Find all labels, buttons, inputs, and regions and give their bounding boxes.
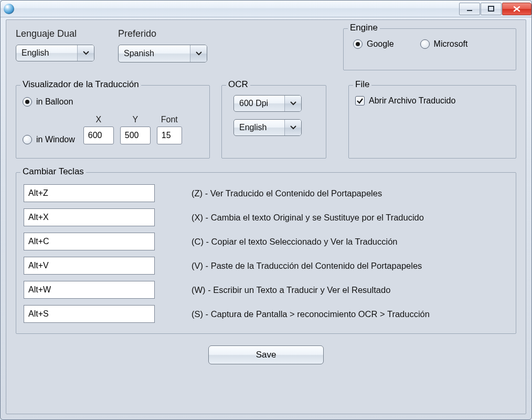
close-button[interactable] [502, 3, 531, 15]
radio-dot-icon [353, 39, 363, 49]
app-window: Lenguaje Dual English Preferido Spanish [0, 0, 532, 420]
viewer-window-label: in Window [36, 135, 75, 144]
label-dual-language: Lenguaje Dual [16, 28, 118, 39]
chevron-down-icon [284, 120, 301, 135]
ocr-group: OCR 600 Dpi English [221, 85, 326, 159]
hotkey-desc-2: (C) - Copiar el texto Seleccionado y Ver… [191, 237, 508, 247]
chevron-down-icon [77, 45, 94, 61]
window-controls [459, 3, 531, 15]
hotkey-input-3[interactable] [24, 257, 155, 275]
hotkey-desc-4: (W) - Escribir un Texto a Traducir y Ver… [191, 285, 508, 295]
ocr-dpi-value: 600 Dpi [239, 99, 268, 108]
save-button-label: Save [256, 350, 276, 360]
window-font-input[interactable] [157, 127, 182, 144]
svg-rect-0 [467, 10, 472, 11]
label-x: X [95, 115, 101, 124]
titlebar[interactable] [1, 1, 531, 17]
hotkey-input-2[interactable] [24, 233, 155, 250]
label-ocr: OCR [226, 79, 250, 90]
app-icon [4, 4, 14, 14]
maximize-button[interactable] [481, 3, 502, 15]
checkbox-icon [355, 96, 365, 106]
radio-dot-icon [23, 97, 32, 107]
label-viewer: Visualizador de la Traducción [20, 79, 141, 90]
radio-dot-icon [23, 135, 32, 144]
file-group: File Abrir Archivo Traducido [348, 85, 516, 159]
hotkey-input-5[interactable] [24, 305, 155, 323]
window-x-input[interactable] [83, 127, 114, 144]
label-engine: Engine [348, 23, 380, 33]
viewer-balloon-label: in Balloon [36, 97, 73, 107]
label-y: Y [132, 115, 138, 124]
hotkey-desc-3: (V) - Paste de la Traducción del Conteni… [191, 261, 508, 271]
main-panel: Lenguaje Dual English Preferido Spanish [6, 19, 526, 414]
svg-rect-1 [488, 6, 494, 11]
save-button[interactable]: Save [208, 345, 324, 364]
hotkey-input-1[interactable] [24, 208, 155, 226]
hotkey-desc-1: (X) - Cambia el texto Original y se Sust… [191, 213, 508, 223]
radio-dot-icon [420, 39, 430, 49]
window-y-input[interactable] [120, 127, 151, 144]
viewer-group: Visualizador de la Traducción in Balloon… [16, 85, 210, 159]
dual-language-combo[interactable]: English [16, 45, 94, 61]
ocr-language-value: English [239, 123, 267, 132]
ocr-language-combo[interactable]: English [233, 119, 302, 136]
label-font: Font [161, 115, 178, 124]
open-translated-file-label: Abrir Archivo Traducido [369, 96, 455, 106]
hotkey-input-0[interactable] [24, 184, 155, 202]
chevron-down-icon [284, 96, 301, 111]
open-translated-file-checkbox[interactable]: Abrir Archivo Traducido [355, 96, 509, 106]
engine-google-label: Google [367, 39, 394, 49]
engine-microsoft-radio[interactable]: Microsoft [420, 39, 468, 49]
hotkey-desc-0: (Z) - Ver Traducido el Contenido del Por… [191, 188, 508, 198]
chevron-down-icon [190, 45, 207, 62]
hotkey-input-4[interactable] [24, 281, 155, 299]
minimize-button[interactable] [459, 3, 480, 15]
preferred-language-combo[interactable]: Spanish [118, 45, 207, 62]
dual-language-value: English [22, 48, 49, 58]
ocr-dpi-combo[interactable]: 600 Dpi [233, 95, 302, 112]
preferred-language-value: Spanish [124, 49, 154, 58]
label-change-keys: Cambiar Teclas [20, 166, 86, 177]
viewer-balloon-radio[interactable]: in Balloon [23, 97, 203, 107]
engine-microsoft-label: Microsoft [434, 39, 468, 49]
label-preferred: Preferido [118, 28, 228, 39]
engine-google-radio[interactable]: Google [353, 39, 394, 49]
viewer-window-radio[interactable]: in Window [23, 135, 75, 144]
change-keys-group: Cambiar Teclas (Z) - Ver Traducido el Co… [16, 172, 516, 334]
label-file: File [353, 79, 371, 90]
hotkey-desc-5: (S) - Captura de Pantalla > reconocimien… [191, 309, 508, 319]
